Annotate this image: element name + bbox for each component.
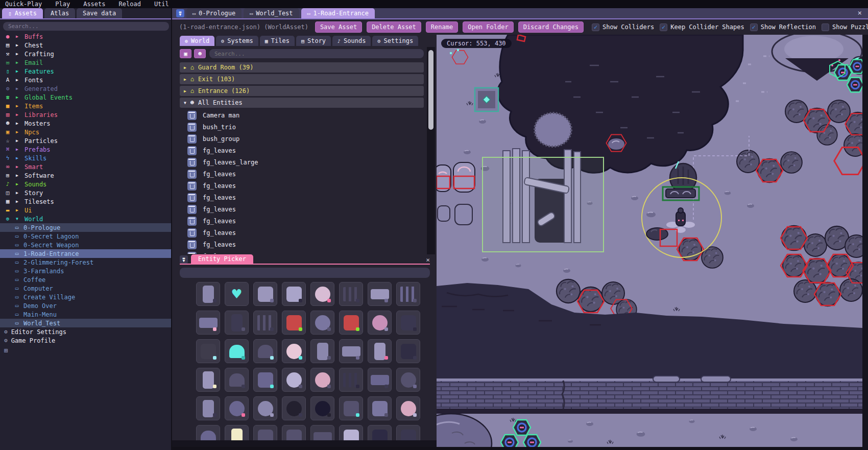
open-folder-button[interactable]: Open Folder xyxy=(463,21,513,33)
sprite-cell[interactable] xyxy=(339,425,363,440)
sidebar-item-buffs[interactable]: ●▶Buffs xyxy=(0,32,171,41)
sidebar-item-ui[interactable]: ▬▶Ui xyxy=(0,206,171,215)
selection-rect[interactable] xyxy=(483,157,604,252)
sidebar-item-story[interactable]: ◫▶Story xyxy=(0,188,171,197)
add-folder-button[interactable]: ▣ xyxy=(180,49,191,58)
entity-row[interactable]: fg_leaves xyxy=(180,180,424,192)
checkbox-icon[interactable]: ✓ xyxy=(822,23,829,31)
world-map-main-menu[interactable]: ▭Main-Menu xyxy=(0,310,171,319)
sprite-cell[interactable] xyxy=(253,311,277,335)
world-map-coffee[interactable]: ▭Coffee xyxy=(0,275,171,284)
entity-row[interactable]: fg_leaves xyxy=(180,239,424,250)
sidebar-item-software[interactable]: ⊞▶Software xyxy=(0,171,171,180)
entity-row[interactable]: Camera man xyxy=(180,109,424,121)
sidebar-item-skills[interactable]: ϟ▶Skills xyxy=(0,154,171,162)
checkbox-show-colliders[interactable]: ✓Show Colliders xyxy=(592,23,654,31)
picker-search-input[interactable] xyxy=(180,268,430,278)
delete-entity-button[interactable] xyxy=(187,252,197,254)
sprite-cell[interactable] xyxy=(282,425,306,440)
delete-entity-button[interactable] xyxy=(187,240,197,249)
sprite-cell[interactable] xyxy=(396,311,420,335)
sprite-cell[interactable] xyxy=(225,425,249,440)
sidebar-search-input[interactable] xyxy=(3,22,169,31)
panel-tab-systems[interactable]: ⚙Systems xyxy=(216,36,258,46)
checkbox-icon[interactable]: ✓ xyxy=(750,23,758,31)
world-map-3-farmlands[interactable]: ▭3-Farmlands xyxy=(0,267,171,275)
sprite-cell[interactable] xyxy=(310,396,334,420)
editor-settings[interactable]: ⚙Editor Settings xyxy=(0,327,171,336)
doc-tab-world-test[interactable]: ▭World_Test xyxy=(244,8,299,18)
close-icon[interactable]: × xyxy=(426,256,430,264)
checkbox-show-puzzles[interactable]: ✓Show Puzzles xyxy=(822,23,868,31)
sprite-cell[interactable] xyxy=(253,425,277,440)
sidebar-tab-assets[interactable]: ▯Assets xyxy=(2,8,43,18)
sidebar-item-items[interactable]: ■▶Items xyxy=(0,102,171,110)
checkbox-icon[interactable]: ✓ xyxy=(592,23,599,31)
delete-entity-button[interactable] xyxy=(187,217,197,226)
delete-entity-button[interactable] xyxy=(187,123,197,132)
sidebar-item-features[interactable]: ▯▶Features xyxy=(0,67,171,76)
sprite-cell[interactable] xyxy=(396,396,420,420)
delete-entity-button[interactable] xyxy=(187,181,197,191)
sprite-cell[interactable] xyxy=(339,368,363,392)
sidebar-item-sounds[interactable]: ♪▶Sounds xyxy=(0,180,171,188)
sprite-cell[interactable] xyxy=(253,282,277,306)
entity-row[interactable]: fg_leaves xyxy=(180,215,424,227)
scrollbar-thumb[interactable] xyxy=(428,50,433,130)
sprite-cell[interactable] xyxy=(310,311,334,335)
sprite-cell[interactable] xyxy=(368,368,392,392)
sprite-cell[interactable] xyxy=(282,282,306,306)
delete-entity-button[interactable] xyxy=(187,134,197,144)
group-guard-room-39[interactable]: ▶⌂Guard Room (39) xyxy=(180,62,424,73)
sprite-cell[interactable] xyxy=(282,396,306,420)
sprite-cell[interactable] xyxy=(396,368,420,392)
rename-button[interactable]: Rename xyxy=(426,21,458,33)
sidebar-item-generated[interactable]: ⚙▶Generated xyxy=(0,84,171,93)
sprite-cell[interactable] xyxy=(253,368,277,392)
sidebar-item-fonts[interactable]: A▶Fonts xyxy=(0,76,171,84)
menu-quick-play[interactable]: Quick-Play xyxy=(5,1,42,8)
sprite-cell[interactable] xyxy=(368,311,392,335)
sprite-cell[interactable] xyxy=(368,282,392,306)
sprite-cell[interactable] xyxy=(225,339,249,363)
menu-play[interactable]: Play xyxy=(55,1,70,8)
sidebar-tab-save-data[interactable]: Save data xyxy=(77,8,122,18)
entity-row[interactable]: fg_leaves xyxy=(180,168,424,180)
sprite-cell[interactable] xyxy=(396,425,420,440)
sprite-cell[interactable] xyxy=(196,339,220,363)
world-map-create-village[interactable]: ▭Create Village xyxy=(0,293,171,301)
sprite-cell[interactable] xyxy=(368,396,392,420)
add-entity-button[interactable]: ☻ xyxy=(194,49,206,58)
sidebar-item-prefabs[interactable]: ⌘▶Prefabs xyxy=(0,145,171,154)
sidebar-item-crafting[interactable]: ⚒▶Crafting xyxy=(0,50,171,58)
sprite-cell[interactable] xyxy=(196,425,220,440)
sprite-cell[interactable] xyxy=(310,339,334,363)
doc-tab-0-prologue[interactable]: ▭0-Prologue xyxy=(186,8,242,18)
collapse-icon[interactable]: ▬▼ xyxy=(180,255,188,264)
sprite-cell[interactable] xyxy=(282,311,306,335)
sprite-cell[interactable]: ♥ xyxy=(225,282,249,306)
sprite-cell[interactable] xyxy=(196,396,220,420)
sprite-cell[interactable] xyxy=(339,311,363,335)
save-asset-button[interactable]: Save Asset xyxy=(315,21,362,33)
entity-search-input[interactable] xyxy=(209,49,424,58)
sprite-cell[interactable] xyxy=(310,425,334,440)
world-map-computer[interactable]: ▭Computer xyxy=(0,284,171,293)
sprite-cell[interactable] xyxy=(253,339,277,363)
sidebar-item-global-events[interactable]: ☎▶Global Events xyxy=(0,93,171,102)
scrollbar-track[interactable] xyxy=(427,47,435,254)
sprite-cell[interactable] xyxy=(339,396,363,420)
game-profile[interactable]: ⚙Game Profile xyxy=(0,336,171,345)
entity-row[interactable]: fg_leaves xyxy=(180,145,424,156)
panel-tab-sounds[interactable]: ♪Sounds xyxy=(332,36,371,46)
entity-row[interactable]: bush_group xyxy=(180,133,424,145)
menu-reload[interactable]: Reload xyxy=(119,1,141,8)
sprite-cell[interactable] xyxy=(310,368,334,392)
panel-tab-story[interactable]: ▤Story xyxy=(296,36,331,46)
entity-row[interactable]: fg_leaves xyxy=(180,192,424,203)
sidebar-item-world[interactable]: ⊕▼World xyxy=(0,215,171,223)
sidebar-item-npcs[interactable]: ▣▶Npcs xyxy=(0,128,171,136)
entity-row[interactable]: fg_leaves xyxy=(180,203,424,215)
sprite-cell[interactable] xyxy=(310,282,334,306)
world-map-world-test[interactable]: ▭World_Test xyxy=(0,319,171,327)
